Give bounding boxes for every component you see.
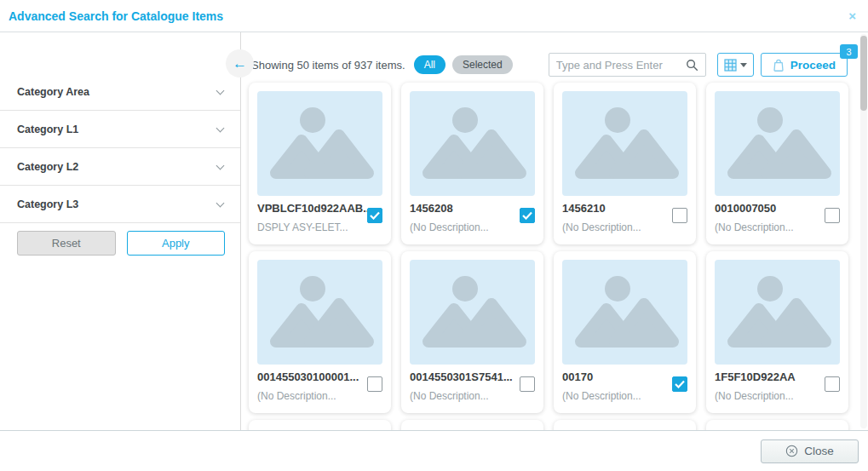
catalogue-item-card-partial[interactable] <box>706 420 848 430</box>
item-checkbox[interactable] <box>672 208 687 223</box>
image-placeholder-icon <box>410 260 535 365</box>
apply-button[interactable]: Apply <box>127 231 226 256</box>
catalogue-item-card[interactable]: 1F5F10D922AA (No Description... <box>706 251 848 413</box>
catalogue-item-card[interactable]: 001455030100001... (No Description... <box>249 251 391 413</box>
catalogue-item-card[interactable]: 00170 (No Description... <box>554 251 696 413</box>
item-title: 1456208 <box>410 202 535 215</box>
catalogue-item-card[interactable]: 0014550301S7541... (No Description... <box>401 251 543 413</box>
chevron-down-icon <box>216 123 225 132</box>
item-checkbox[interactable] <box>367 376 382 392</box>
catalogue-item-card-partial[interactable] <box>554 420 696 430</box>
chevron-down-icon <box>216 161 225 169</box>
modal-footer: Close <box>0 430 868 471</box>
view-toggle-button[interactable] <box>717 53 754 77</box>
image-placeholder-icon <box>562 91 687 196</box>
item-title: 0010007050 <box>715 202 840 215</box>
filter-label: Category Area <box>17 86 89 98</box>
chevron-down-icon <box>216 86 225 95</box>
item-description: (No Description... <box>410 390 535 402</box>
filter-label: Category L1 <box>17 123 78 135</box>
item-checkbox[interactable] <box>520 376 535 392</box>
item-description: DSPLY ASY-ELET... <box>257 221 382 233</box>
item-title: 0014550301S7541... <box>410 370 535 383</box>
check-icon <box>370 211 380 220</box>
image-placeholder-icon <box>410 91 535 196</box>
search-box <box>549 53 706 77</box>
item-title: VPBLCF10d922AAB... <box>257 202 382 215</box>
close-button-label: Close <box>804 445 834 457</box>
modal-body: ← Category Area Category L1 Category L2 … <box>0 32 868 430</box>
circle-x-icon <box>785 445 798 457</box>
arrow-left-icon: ← <box>233 55 247 72</box>
filter-pill-selected[interactable]: Selected <box>452 55 513 74</box>
shopping-bag-icon <box>773 59 785 72</box>
filter-category-l2[interactable]: Category L2 <box>0 148 240 186</box>
proceed-label: Proceed <box>790 59 836 72</box>
results-count-text: Showing 50 items of 937 items. <box>251 59 405 72</box>
sidebar-actions: Reset Apply <box>0 223 240 256</box>
filter-list: Category Area Category L1 Category L2 Ca… <box>0 73 240 223</box>
proceed-button[interactable]: Proceed <box>761 53 848 77</box>
catalogue-item-card-partial[interactable] <box>401 420 543 430</box>
grid-view-icon <box>724 59 737 72</box>
close-icon[interactable]: × <box>845 9 859 22</box>
chevron-down-icon <box>216 198 225 207</box>
image-placeholder-icon <box>715 260 840 365</box>
search-input[interactable] <box>556 59 686 72</box>
catalogue-item-card[interactable]: 1456208 (No Description... <box>401 83 543 244</box>
results-toolbar: Showing 50 items of 937 items. All Selec… <box>241 53 868 77</box>
item-description: (No Description... <box>715 221 840 233</box>
check-icon <box>522 211 532 220</box>
catalogue-item-card[interactable]: 0010007050 (No Description... <box>706 83 848 244</box>
item-title: 001455030100001... <box>257 370 382 383</box>
item-checkbox[interactable] <box>825 376 840 392</box>
item-checkbox[interactable] <box>367 208 382 223</box>
sidebar-collapse-button[interactable]: ← <box>226 49 254 78</box>
modal-title: Advanced Search for Catalogue Items <box>9 9 223 23</box>
filter-pill-all[interactable]: All <box>414 55 445 74</box>
item-checkbox[interactable] <box>672 376 687 392</box>
image-placeholder-icon <box>257 260 382 365</box>
check-icon <box>675 380 685 388</box>
proceed-wrap: Proceed 3 <box>761 53 848 77</box>
item-description: (No Description... <box>562 390 687 402</box>
item-title: 1F5F10D922AA <box>715 370 840 383</box>
filter-label: Category L2 <box>17 161 78 173</box>
filter-label: Category L3 <box>17 198 78 210</box>
scrollbar-thumb[interactable] <box>860 36 867 111</box>
item-description: (No Description... <box>410 221 535 233</box>
filter-category-area[interactable]: Category Area <box>0 73 240 111</box>
catalogue-item-card[interactable]: 1456210 (No Description... <box>554 83 696 244</box>
image-placeholder-icon <box>715 91 840 196</box>
catalogue-items-grid: VPBLCF10d922AAB... DSPLY ASY-ELET... 145… <box>249 83 868 430</box>
reset-button[interactable]: Reset <box>17 231 116 256</box>
item-description: (No Description... <box>562 221 687 233</box>
caret-down-icon <box>740 63 747 67</box>
filter-category-l3[interactable]: Category L3 <box>0 186 240 223</box>
item-checkbox[interactable] <box>825 208 840 223</box>
item-description: (No Description... <box>715 390 840 402</box>
proceed-count-badge: 3 <box>840 44 858 59</box>
results-panel: Showing 50 items of 937 items. All Selec… <box>241 32 868 430</box>
catalogue-item-card[interactable]: VPBLCF10d922AAB... DSPLY ASY-ELET... <box>249 83 391 244</box>
search-icon <box>686 59 698 72</box>
close-button[interactable]: Close <box>761 439 859 463</box>
item-checkbox[interactable] <box>520 208 535 223</box>
item-title: 00170 <box>562 370 687 383</box>
filter-sidebar: ← Category Area Category L1 Category L2 … <box>0 32 241 430</box>
item-title: 1456210 <box>562 202 687 215</box>
image-placeholder-icon <box>562 260 687 365</box>
filter-category-l1[interactable]: Category L1 <box>0 111 240 148</box>
item-description: (No Description... <box>257 390 382 402</box>
catalogue-item-card-partial[interactable] <box>249 420 391 430</box>
modal-header: Advanced Search for Catalogue Items × <box>0 0 868 32</box>
image-placeholder-icon <box>257 91 382 196</box>
advanced-search-modal: Advanced Search for Catalogue Items × ← … <box>0 0 868 471</box>
